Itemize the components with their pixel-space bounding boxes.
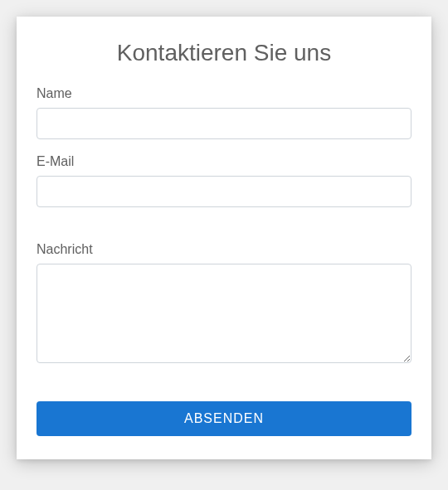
email-input[interactable] [37, 176, 411, 207]
message-group: Nachricht [37, 242, 411, 366]
name-input[interactable] [37, 108, 411, 139]
email-label: E-Mail [37, 154, 411, 169]
message-textarea[interactable] [37, 264, 411, 363]
name-label: Name [37, 86, 411, 101]
name-group: Name [37, 86, 411, 139]
submit-button[interactable]: ABSENDEN [37, 401, 411, 436]
contact-form-card: Kontaktieren Sie uns Name E-Mail Nachric… [17, 17, 431, 459]
email-group: E-Mail [37, 154, 411, 207]
message-label: Nachricht [37, 242, 411, 257]
form-title: Kontaktieren Sie uns [37, 40, 411, 66]
